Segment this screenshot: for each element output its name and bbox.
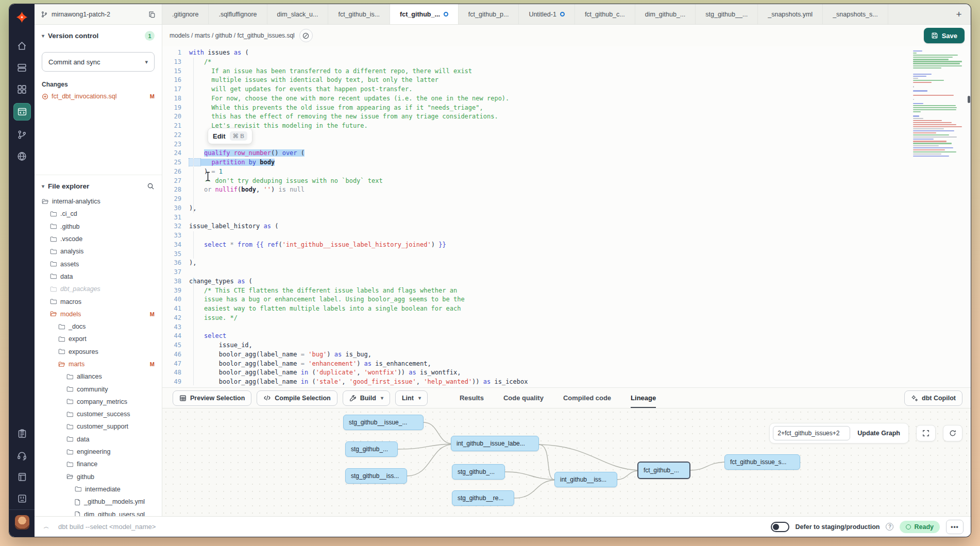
code-line-24: qualify row_number() over ( [189,149,971,158]
tab-dim_github_...[interactable]: dim_github_... [635,4,696,24]
more-options-button[interactable]: ••• [946,520,964,534]
tree-item-.vscode[interactable]: .vscode [35,233,162,245]
tab-_snapshots.yml[interactable]: _snapshots.yml [758,4,823,24]
lineage-panel[interactable]: stg_github__issue_...stg_github_...stg_g… [162,408,971,516]
tab-.gitignore[interactable]: .gitignore [162,4,209,24]
save-button[interactable]: Save [924,28,965,43]
lint-button[interactable]: Lint ▾ [395,390,428,406]
apps-grid-icon[interactable] [9,78,35,100]
tree-item-dbt_packages[interactable]: dbt_packages [35,283,162,295]
tree-item-export[interactable]: export [35,333,162,345]
develop-ide-icon[interactable] [9,100,35,124]
lineage-node-int_github__iss[interactable]: int_github__iss... [554,472,617,487]
tree-item-marts[interactable]: martsM [35,358,162,370]
code-editor[interactable]: 1131516171819202122232425262728293031323… [162,46,971,387]
tree-item-finance[interactable]: finance [35,458,162,470]
tree-item-.github[interactable]: .github [35,220,162,233]
tree-item-internal-analytics[interactable]: internal-analytics [35,195,162,208]
help-icon[interactable]: ? [886,523,893,531]
code-line-16: multiple issues with identical body text… [189,76,971,85]
tree-item-community[interactable]: community [35,383,162,395]
status-ready-badge[interactable]: Ready [900,521,940,533]
lineage-node-stg_github_[interactable]: stg_github_... [452,464,505,480]
tree-item-customer_success[interactable]: customer_success [35,408,162,420]
file-explorer-header[interactable]: ▾ File explorer [35,182,162,190]
dbt-logo-icon[interactable] [15,11,29,27]
explore-globe-icon[interactable] [9,145,35,167]
tab-fct_github_p...[interactable]: fct_github_p... [459,4,519,24]
preview-selection-button[interactable]: Preview Selection [173,390,251,406]
lint-label: Lint [402,395,414,402]
tree-item-intermediate[interactable]: intermediate [35,483,162,496]
tree-item-assets[interactable]: assets [35,258,162,270]
line-number: 45 [162,341,189,350]
tree-item-customer_support[interactable]: customer_support [35,420,162,433]
tab-.sqlfluffignore[interactable]: .sqlfluffignore [209,4,267,24]
tree-item-_github__models.yml[interactable]: _github__models.yml [35,496,162,508]
panel-tab-code-quality[interactable]: Code quality [503,388,544,408]
copy-icon[interactable] [148,11,156,18]
panel-tab-results[interactable]: Results [460,388,484,408]
lineage-node-fct_github_issue_s[interactable]: fct_github_issue_s... [724,454,800,470]
lineage-node-stg_github_[interactable]: stg_github_... [345,441,398,457]
tree-item-dim_github_users.sql[interactable]: dim_github_users.sql [35,508,162,516]
changed-file-row[interactable]: fct_dbt_invocations.sql M [42,93,155,100]
update-graph-button[interactable]: Update Graph [852,430,905,437]
collapse-caret-icon[interactable]: ︿ [41,523,52,531]
scrollbar-thumb[interactable] [968,96,970,103]
defer-toggle[interactable] [771,522,789,532]
lineage-node-fct_github_[interactable]: fct_github_... [637,462,690,479]
tree-item-analysis[interactable]: analysis [35,245,162,258]
tree-item-alliances[interactable]: alliances [35,370,162,383]
user-avatar[interactable] [15,515,29,530]
deploy-icon[interactable] [9,57,35,78]
build-button[interactable]: Build ▾ [343,390,390,406]
tree-item-.ci_cd[interactable]: .ci_cd [35,208,162,220]
checklist-icon[interactable] [9,423,35,445]
chevron-down-icon: ▾ [145,59,148,65]
command-input[interactable]: dbt build --select <model_name> [58,523,765,531]
tree-item-github[interactable]: github [35,471,162,483]
dbt-copilot-button[interactable]: dbt Copilot [904,390,962,406]
fullscreen-button[interactable] [916,425,936,441]
tree-item-models[interactable]: modelsM [35,308,162,320]
tree-item-data[interactable]: data [35,270,162,283]
branch-selector[interactable]: mirnawong1-patch-2 [35,4,162,24]
tree-item-engineering[interactable]: engineering [35,446,162,458]
tab-dim_slack_u...[interactable]: dim_slack_u... [267,4,329,24]
lineage-selector-input[interactable] [773,426,850,440]
lineage-node-int_github__issue_labe[interactable]: int_github__issue_labe... [451,436,539,451]
folder-icon [50,261,57,267]
panels-icon[interactable] [9,488,35,509]
panel-tab-lineage[interactable]: Lineage [631,388,656,408]
lineage-node-stg_github__issue_[interactable]: stg_github__issue_... [343,415,424,430]
minimap[interactable] [913,50,965,158]
tab-Untitled-1[interactable]: Untitled-1 [519,4,575,24]
tab-fct_github_is...[interactable]: fct_github_is... [328,4,390,24]
home-icon[interactable] [9,35,35,57]
tab-fct_github_c...[interactable]: fct_github_c... [575,4,635,24]
docs-book-icon[interactable] [9,466,35,488]
tree-item-company_metrics[interactable]: company_metrics [35,396,162,408]
tab-_snapshots_s...[interactable]: _snapshots_s... [823,4,888,24]
copilot-edit-icon[interactable] [299,29,313,42]
new-tab-button[interactable]: + [947,4,971,24]
tree-item-_docs[interactable]: _docs [35,320,162,333]
line-number: 49 [162,378,189,387]
support-headset-icon[interactable] [9,445,35,466]
tree-item-data[interactable]: data [35,433,162,446]
lineage-node-stg_github__iss[interactable]: stg_github__iss... [345,468,407,484]
edit-tooltip[interactable]: Edit ⌘ B [208,128,252,144]
tree-item-macros[interactable]: macros [35,295,162,308]
tab-stg_github__...[interactable]: stg_github__... [696,4,758,24]
tree-item-exposures[interactable]: exposures [35,346,162,358]
compile-selection-button[interactable]: Compile Selection [257,390,337,406]
refresh-button[interactable] [943,425,962,441]
tab-fct_github_...[interactable]: fct_github_... [390,4,459,24]
branch-icon[interactable] [9,124,35,145]
commit-and-sync-button[interactable]: Commit and sync ▾ [42,52,155,72]
lineage-node-stg_github__re[interactable]: stg_github__re... [452,490,514,506]
search-icon[interactable] [147,182,155,190]
version-control-header[interactable]: ▾ Version control 1 [42,31,155,41]
panel-tab-compiled-code[interactable]: Compiled code [563,388,611,408]
